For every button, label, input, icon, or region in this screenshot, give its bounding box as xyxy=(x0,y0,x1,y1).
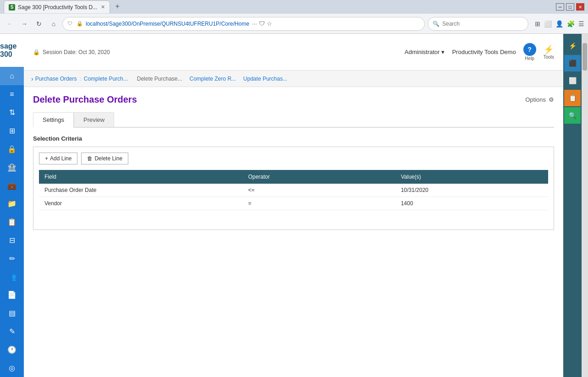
sidebar-item-folder[interactable]: 📁 xyxy=(0,195,24,213)
back-button[interactable]: ← xyxy=(4,18,16,30)
row2-field[interactable]: Vendor xyxy=(39,197,242,210)
options-button[interactable]: Options ⚙ xyxy=(525,96,554,103)
home-button[interactable]: ⌂ xyxy=(48,18,60,30)
tab-settings[interactable]: Settings xyxy=(33,112,74,128)
address-bar-row: ← → ↻ ⌂ 🛡 🔒 localhost/Sage300/OnPremise/… xyxy=(0,14,588,34)
breadcrumb-complete-zero[interactable]: Complete Zero R... xyxy=(189,76,236,82)
sidebar-item-edit2[interactable]: ✎ xyxy=(0,322,24,341)
sidebar-item-clipboard[interactable]: 📋 xyxy=(0,213,24,231)
criteria-table-body: Purchase Order Date <= 10/31/2020 Vendor… xyxy=(39,184,548,224)
row1-value[interactable]: 10/31/2020 xyxy=(396,184,548,197)
right-panel-search-btn[interactable]: 🔍 xyxy=(564,107,581,124)
search-magnifier-icon: 🔍 xyxy=(433,21,440,27)
sidebar-item-status[interactable]: ◎ xyxy=(0,359,24,377)
table-row-empty xyxy=(39,210,548,224)
forward-button[interactable]: → xyxy=(18,18,30,30)
session-label: Session Date: xyxy=(43,49,77,55)
right-scrollbar[interactable] xyxy=(582,34,588,377)
delete-line-button[interactable]: 🗑 Delete Line xyxy=(81,153,128,164)
right-panel-screen1-btn[interactable]: ⬛ xyxy=(564,55,581,71)
col-header-field: Field xyxy=(39,170,242,184)
sidebar-item-users[interactable]: 👥 xyxy=(0,268,24,286)
tab-preview[interactable]: Preview xyxy=(74,112,114,127)
right-panel: ⚡ ⬛ ⬜ 📋 🔍 xyxy=(563,34,582,377)
breadcrumb-expand-icon[interactable]: › xyxy=(31,75,33,82)
add-line-label: Add Line xyxy=(50,155,71,162)
tab-title: Sage 300 [Productivity Tools D... xyxy=(18,4,97,11)
criteria-box: + Add Line 🗑 Delete Line Field Oper xyxy=(33,147,554,230)
empty-value xyxy=(396,210,548,224)
table-row: Purchase Order Date <= 10/31/2020 xyxy=(39,184,548,197)
search-input[interactable] xyxy=(442,21,523,27)
top-bar-left: 🔒 Session Date: Oct 30, 2020 xyxy=(33,49,110,55)
profile-btn[interactable]: 👤 xyxy=(555,20,563,27)
tools-button[interactable]: ⚡ Tools xyxy=(544,44,554,60)
shield-icon: 🛡 xyxy=(67,21,74,27)
scrollbar-thumb[interactable] xyxy=(583,43,587,71)
sidebar-item-bank[interactable]: 🏦 xyxy=(0,158,24,176)
extensions-btn[interactable]: ⊞ xyxy=(535,20,540,27)
addon-btn[interactable]: 🧩 xyxy=(567,20,575,27)
table-row: Vendor = 1400 xyxy=(39,197,548,210)
delete-line-label: Delete Line xyxy=(94,155,122,162)
sidebar-item-document[interactable]: 📄 xyxy=(0,286,24,304)
breadcrumb-update-purch[interactable]: Update Purchas... xyxy=(243,76,287,82)
url-shield-btn[interactable]: 🛡 xyxy=(259,20,265,27)
help-button[interactable]: ? Help xyxy=(523,43,536,61)
admin-chevron-icon: ▾ xyxy=(441,49,445,55)
add-line-button[interactable]: + Add Line xyxy=(39,153,77,164)
hamburger-btn[interactable]: ☰ xyxy=(578,20,584,27)
sidebar-item-grid[interactable]: ⊞ xyxy=(0,122,24,140)
app-content: sage 300 ⌂ ≡ ⇅ ⊞ 🔒 🏦 💼 📁 📋 ⊟ ✏ 👥 📄 ▤ ✎ 🕐… xyxy=(0,34,588,377)
right-panel-screen2-btn[interactable]: ⬜ xyxy=(564,72,581,89)
sidebar-item-briefcase[interactable]: 💼 xyxy=(0,176,24,195)
browser-tab[interactable]: S Sage 300 [Productivity Tools D... ✕ xyxy=(4,0,110,13)
help-text: Help xyxy=(525,56,534,61)
url-more-btn[interactable]: ··· xyxy=(252,20,257,27)
window-close-btn[interactable]: ✕ xyxy=(576,3,584,11)
options-gear-icon: ⚙ xyxy=(549,96,554,103)
breadcrumb-delete-purchase[interactable]: Delete Purchase... xyxy=(137,76,182,82)
right-panel-lightning-btn[interactable]: ⚡ xyxy=(564,38,581,54)
row2-operator[interactable]: = xyxy=(242,197,395,210)
sidebar-item-menu[interactable]: ≡ xyxy=(0,85,24,104)
sidebar-item-table[interactable]: ⊟ xyxy=(0,231,24,250)
session-lock-icon: 🔒 xyxy=(33,49,40,55)
window-minimize-btn[interactable]: ─ xyxy=(556,3,564,11)
sidebar-item-edit[interactable]: ✏ xyxy=(0,249,24,268)
delete-line-trash-icon: 🗑 xyxy=(87,155,93,162)
options-label: Options xyxy=(525,96,546,103)
sage-logo-text: sage 300 xyxy=(0,42,24,59)
row1-operator[interactable]: <= xyxy=(242,184,395,197)
prod-tools-label: Productivity Tools Demo xyxy=(452,49,516,55)
admin-label: Administrator xyxy=(405,49,440,55)
new-tab-button[interactable]: + xyxy=(112,1,123,12)
tools-lightning-icon: ⚡ xyxy=(544,44,554,55)
search-box[interactable]: 🔍 xyxy=(428,17,528,31)
admin-dropdown[interactable]: Administrator ▾ xyxy=(405,49,445,55)
sidebar-item-list[interactable]: ▤ xyxy=(0,304,24,322)
row2-value[interactable]: 1400 xyxy=(396,197,548,210)
breadcrumb: › Purchase Orders : Complete Purch... De… xyxy=(24,71,563,87)
url-bookmark-btn[interactable]: ☆ xyxy=(267,20,272,27)
section-label: Selection Criteria xyxy=(33,135,554,142)
top-bar: 🔒 Session Date: Oct 30, 2020 Administrat… xyxy=(24,34,563,71)
refresh-button[interactable]: ↻ xyxy=(33,18,45,30)
window-maximize-btn[interactable]: □ xyxy=(566,3,574,11)
breadcrumb-purchase-orders[interactable]: Purchase Orders xyxy=(35,76,77,82)
tab-close-btn[interactable]: ✕ xyxy=(101,4,105,10)
sidebar-item-clock[interactable]: 🕐 xyxy=(0,340,24,359)
sidebar-item-lock[interactable]: 🔒 xyxy=(0,140,24,158)
sidebar-item-transactions[interactable]: ⇅ xyxy=(0,104,24,122)
logo-area: sage 300 xyxy=(0,34,24,67)
main-area: 🔒 Session Date: Oct 30, 2020 Administrat… xyxy=(24,34,563,377)
address-box[interactable]: 🛡 🔒 localhost/Sage300/OnPremise/QURNSU4t… xyxy=(62,17,425,31)
right-panel-clipboard-btn[interactable]: 📋 xyxy=(564,90,581,106)
sidebar-item-home[interactable]: ⌂ xyxy=(0,67,24,85)
row1-field[interactable]: Purchase Order Date xyxy=(39,184,242,197)
criteria-table: Field Operator Value(s) Purchase Order D… xyxy=(39,170,548,224)
breadcrumb-complete-purch[interactable]: Complete Purch... xyxy=(84,76,128,82)
tab-overview-btn[interactable]: ⬜ xyxy=(544,20,552,27)
sage-logo: sage 300 xyxy=(0,42,24,59)
criteria-btn-row: + Add Line 🗑 Delete Line xyxy=(39,153,548,164)
